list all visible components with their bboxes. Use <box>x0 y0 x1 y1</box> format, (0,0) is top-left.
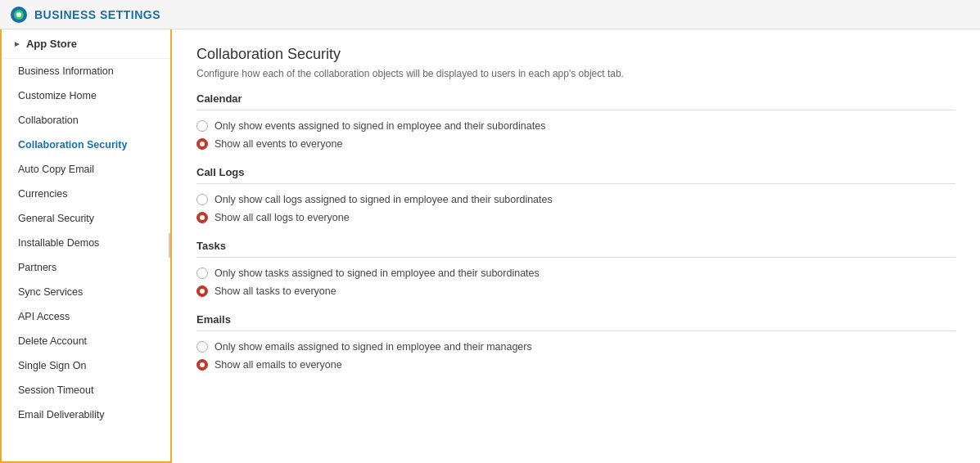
radio-tasks-1[interactable] <box>196 267 208 279</box>
sidebar-item-api-access[interactable]: API Access <box>2 304 170 329</box>
sidebar-item-collaboration[interactable]: Collaboration <box>2 108 170 133</box>
sidebar-item-business-information[interactable]: Business Information <box>2 59 170 83</box>
sidebar-item-session-timeout[interactable]: Session Timeout <box>2 378 170 402</box>
tasks-option-2[interactable]: Show all tasks to everyone <box>196 285 955 297</box>
section-title-emails: Emails <box>196 313 955 331</box>
calllogs-option-2[interactable]: Show all call logs to everyone <box>196 212 955 223</box>
section-calendar: Calendar Only show events assigned to si… <box>196 92 955 150</box>
emails-option-2[interactable]: Show all emails to everyone <box>196 359 955 371</box>
section-call-logs: Call Logs Only show call logs assigned t… <box>196 166 955 223</box>
section-title-call-logs: Call Logs <box>196 166 955 184</box>
sidebar-item-installable-demos[interactable]: Installable Demos <box>2 231 170 255</box>
chevron-right-icon: ► <box>13 39 21 48</box>
sidebar: ► App Store Business Information Customi… <box>0 29 172 463</box>
tasks-option-1[interactable]: Only show tasks assigned to signed in em… <box>196 267 955 279</box>
sidebar-item-currencies[interactable]: Currencies <box>2 182 170 206</box>
top-bar: BUSINESS SETTINGS <box>0 0 980 29</box>
calendar-option-2[interactable]: Show all events to everyone <box>196 138 955 150</box>
sidebar-item-single-sign-on[interactable]: Single Sign On <box>2 353 170 378</box>
page-subtitle: Configure how each of the collaboration … <box>196 68 955 79</box>
sidebar-item-sync-services[interactable]: Sync Services <box>2 280 170 304</box>
section-title-tasks: Tasks <box>196 240 955 258</box>
sidebar-item-collaboration-security[interactable]: Collaboration Security <box>2 133 170 157</box>
calllogs-option-1[interactable]: Only show call logs assigned to signed i… <box>196 194 955 205</box>
radio-calendar-2[interactable] <box>196 138 208 150</box>
sidebar-item-partners[interactable]: Partners <box>2 255 170 280</box>
sidebar-item-app-store[interactable]: ► App Store <box>2 29 170 59</box>
app-title: BUSINESS SETTINGS <box>34 8 160 21</box>
section-tasks: Tasks Only show tasks assigned to signed… <box>196 240 955 297</box>
radio-calendar-1[interactable] <box>196 120 208 132</box>
radio-calllogs-2[interactable] <box>196 212 208 223</box>
radio-calllogs-1[interactable] <box>196 194 208 205</box>
section-emails: Emails Only show emails assigned to sign… <box>196 313 955 371</box>
radio-emails-1[interactable] <box>196 341 208 353</box>
page-title: Collaboration Security <box>196 46 955 63</box>
radio-tasks-2[interactable] <box>196 285 208 297</box>
app-logo <box>10 6 28 24</box>
calendar-option-1[interactable]: Only show events assigned to signed in e… <box>196 120 955 132</box>
sidebar-item-general-security[interactable]: General Security <box>2 206 170 231</box>
content-area: Collaboration Security Configure how eac… <box>172 29 980 463</box>
section-title-calendar: Calendar <box>196 92 955 110</box>
sidebar-item-delete-account[interactable]: Delete Account <box>2 329 170 353</box>
sidebar-item-customize-home[interactable]: Customize Home <box>2 83 170 108</box>
main-layout: ► App Store Business Information Customi… <box>0 29 980 463</box>
radio-emails-2[interactable] <box>196 359 208 371</box>
sidebar-item-auto-copy-email[interactable]: Auto Copy Email <box>2 157 170 182</box>
svg-point-2 <box>16 12 21 17</box>
emails-option-1[interactable]: Only show emails assigned to signed in e… <box>196 341 955 353</box>
sidebar-item-email-deliverability[interactable]: Email Deliverability <box>2 402 170 427</box>
